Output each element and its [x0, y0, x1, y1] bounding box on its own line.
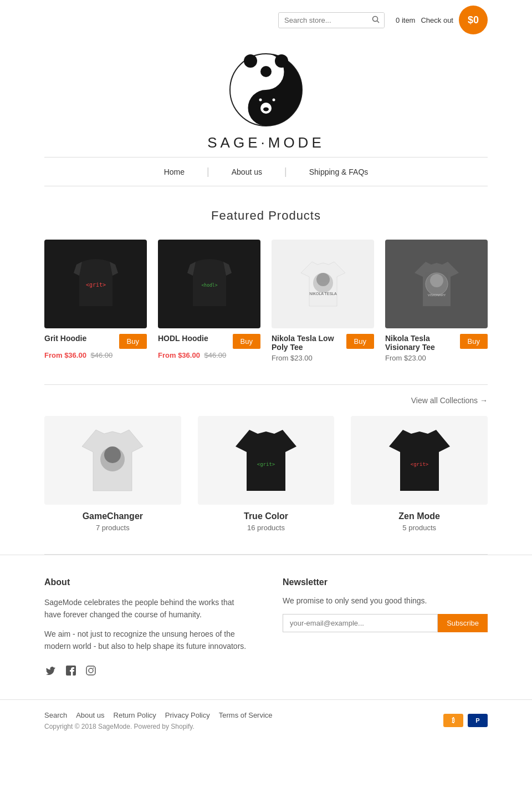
- product-price-1: From $36.00 $46.00: [158, 351, 260, 359]
- newsletter-form: Subscribe: [283, 614, 488, 632]
- collection-card-0[interactable]: GameChanger 7 products: [44, 416, 181, 532]
- buy-button-3[interactable]: Buy: [460, 334, 488, 349]
- product-card-0: <grit> Grit Hoodie Buy From $36.00 $46.0…: [44, 240, 147, 362]
- price-original-0: $46.00: [91, 351, 113, 359]
- product-info-0: Grit Hoodie Buy: [44, 334, 147, 349]
- featured-section: Featured Products <grit> Grit Hoodie Buy: [0, 186, 532, 384]
- footer-link-privacy[interactable]: Privacy Policy: [165, 711, 210, 719]
- svg-text:<hodl>: <hodl>: [201, 283, 217, 288]
- price-current-0: From $36.00: [44, 351, 86, 359]
- search-icon: [372, 16, 380, 23]
- svg-point-7: [255, 97, 263, 105]
- logo-section: SAGE·MODE: [0, 40, 532, 157]
- buy-button-1[interactable]: Buy: [233, 334, 260, 349]
- products-grid: <grit> Grit Hoodie Buy From $36.00 $46.0…: [44, 240, 488, 362]
- footer-bottom: Search About us Return Policy Privacy Po…: [0, 699, 532, 742]
- product-image-1: <hodl>: [158, 240, 260, 328]
- search-input[interactable]: [279, 13, 367, 27]
- footer-link-return[interactable]: Return Policy: [114, 711, 156, 719]
- search-container: [278, 12, 385, 28]
- footer-top: About SageMode celebrates the people beh…: [0, 555, 532, 699]
- svg-point-11: [263, 108, 269, 111]
- instagram-icon[interactable]: [84, 664, 98, 677]
- price-original-1: $46.00: [204, 351, 227, 359]
- email-input[interactable]: [283, 614, 438, 632]
- svg-point-10: [273, 99, 275, 101]
- collections-grid: GameChanger 7 products <grit> True Color…: [44, 416, 488, 532]
- brand-name: SAGE·MODE: [0, 134, 532, 151]
- collection-count-2: 5 products: [351, 524, 488, 532]
- search-button[interactable]: [367, 13, 384, 28]
- product-card-2: NIKOLA TESLA Nikola Tesla Low Poly Tee B…: [272, 240, 374, 362]
- footer-links-copyright: Search About us Return Policy Privacy Po…: [44, 711, 273, 730]
- svg-point-28: [89, 668, 93, 673]
- logo-image: [227, 51, 305, 129]
- svg-text:<grit>: <grit>: [410, 461, 428, 467]
- svg-text:VISIONARY: VISIONARY: [427, 293, 446, 297]
- price-from-3: From $23.00: [385, 354, 426, 362]
- checkout-link[interactable]: Check out: [421, 16, 453, 24]
- product-name-1: HODL Hoodie: [158, 334, 208, 343]
- buy-button-0[interactable]: Buy: [119, 334, 147, 349]
- collection-image-2: <grit>: [351, 416, 488, 505]
- newsletter-text: We promise to only send you good things.: [283, 596, 488, 605]
- svg-text:NIKOLA TESLA: NIKOLA TESLA: [309, 292, 337, 296]
- buy-button-2[interactable]: Buy: [346, 334, 374, 349]
- facebook-icon[interactable]: [64, 664, 78, 677]
- footer-about: About SageMode celebrates the people beh…: [44, 577, 249, 677]
- collection-card-2[interactable]: <grit> Zen Mode 5 products: [351, 416, 488, 532]
- tee-white-2: NIKOLA TESLA: [272, 240, 374, 328]
- product-price-0: From $36.00 $46.00: [44, 351, 147, 359]
- product-card-3: VISIONARY Nikola Tesla Visionary Tee Buy…: [385, 240, 488, 362]
- svg-point-9: [259, 99, 262, 101]
- product-price-3: From $23.00: [385, 354, 488, 362]
- footer-links: Search About us Return Policy Privacy Po…: [44, 711, 273, 719]
- cart-item-count: 0 item: [396, 16, 415, 24]
- product-image-0: <grit>: [44, 240, 147, 328]
- subscribe-button[interactable]: Subscribe: [438, 614, 488, 632]
- footer-link-about[interactable]: About us: [76, 711, 104, 719]
- collections-header: View all Collections →: [44, 396, 488, 405]
- product-image-3: VISIONARY: [385, 240, 488, 328]
- footer-link-terms[interactable]: Terms of Service: [219, 711, 273, 719]
- cart-button[interactable]: $0: [459, 6, 488, 34]
- nav-shipping[interactable]: Shipping & FAQs: [287, 167, 391, 176]
- collections-section: View all Collections → GameChanger 7 pro…: [0, 385, 532, 554]
- collection-count-1: 16 products: [198, 524, 335, 532]
- collection-card-1[interactable]: <grit> True Color 16 products: [198, 416, 335, 532]
- footer-about-text-1: SageMode celebrates the people behind th…: [44, 596, 249, 621]
- footer-about-text-2: We aim - not just to recognize the unsun…: [44, 628, 249, 653]
- collection-image-0: [44, 416, 181, 505]
- top-bar: 0 item Check out $0: [0, 0, 532, 40]
- tee-grey-3: VISIONARY: [385, 240, 488, 328]
- product-info-2: Nikola Tesla Low Poly Tee Buy: [272, 334, 374, 352]
- svg-point-6: [275, 54, 288, 68]
- svg-point-18: [430, 274, 443, 287]
- footer-link-search[interactable]: Search: [44, 711, 67, 719]
- svg-point-0: [373, 16, 378, 21]
- featured-title: Featured Products: [44, 209, 488, 223]
- nav-about[interactable]: About us: [209, 167, 284, 176]
- collection-name-2: Zen Mode: [351, 511, 488, 521]
- product-name-0: Grit Hoodie: [44, 334, 86, 343]
- product-info-3: Nikola Tesla Visionary Tee Buy: [385, 334, 488, 352]
- product-image-2: NIKOLA TESLA: [272, 240, 374, 328]
- footer-newsletter: Newsletter We promise to only send you g…: [283, 577, 488, 677]
- nav-home[interactable]: Home: [142, 167, 207, 176]
- product-name-2: Nikola Tesla Low Poly Tee: [272, 334, 346, 352]
- paypal-payment-icon: P: [468, 714, 488, 727]
- main-nav: Home | About us | Shipping & FAQs: [44, 157, 488, 186]
- collection-count-0: 7 products: [44, 524, 181, 532]
- hoodie-dark-1: <hodl>: [158, 240, 260, 328]
- svg-line-1: [377, 21, 380, 23]
- svg-point-3: [260, 66, 272, 77]
- twitter-icon[interactable]: [44, 664, 58, 677]
- hoodie-dark-0: <grit>: [44, 240, 147, 328]
- bitcoin-payment-icon: ₿: [443, 714, 463, 727]
- view-all-link[interactable]: View all Collections →: [411, 396, 488, 405]
- newsletter-title: Newsletter: [283, 577, 488, 587]
- svg-point-29: [93, 667, 94, 668]
- price-current-1: From $36.00: [158, 351, 200, 359]
- svg-point-22: [104, 446, 121, 463]
- copyright-text: Copyright © 2018 SageMode. Powered by Sh…: [44, 723, 273, 730]
